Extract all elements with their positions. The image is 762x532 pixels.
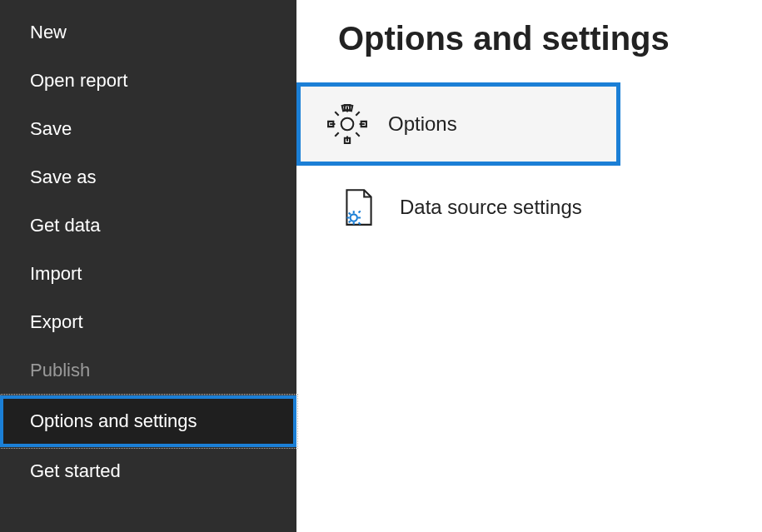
sidebar-item-new[interactable]: New <box>0 8 296 57</box>
sidebar-item-open-report[interactable]: Open report <box>0 57 296 105</box>
gear-icon <box>326 103 368 145</box>
sidebar-item-label: Get started <box>30 460 121 481</box>
options-button[interactable]: Options <box>296 82 620 166</box>
svg-point-1 <box>351 214 357 221</box>
main-panel: Options and settings Options D <box>296 0 762 532</box>
data-source-settings-icon <box>338 186 380 228</box>
sidebar-item-label: Options and settings <box>30 410 197 431</box>
sidebar-item-get-data[interactable]: Get data <box>0 201 296 250</box>
sidebar-item-import[interactable]: Import <box>0 250 296 298</box>
sidebar-item-publish: Publish <box>0 346 296 395</box>
file-menu-sidebar: New Open report Save Save as Get data Im… <box>0 0 296 532</box>
options-label: Options <box>388 112 457 136</box>
sidebar-item-export[interactable]: Export <box>0 298 296 346</box>
sidebar-item-save[interactable]: Save <box>0 105 296 153</box>
sidebar-item-label: New <box>30 22 67 42</box>
data-source-settings-label: Data source settings <box>400 196 582 219</box>
sidebar-item-label: Save <box>30 118 72 139</box>
sidebar-item-save-as[interactable]: Save as <box>0 153 296 201</box>
sidebar-item-label: Export <box>30 311 83 332</box>
sidebar-item-label: Publish <box>30 360 90 380</box>
data-source-settings-button[interactable]: Data source settings <box>296 166 762 249</box>
sidebar-item-label: Save as <box>30 167 97 187</box>
sidebar-item-options-and-settings[interactable]: Options and settings <box>0 395 296 447</box>
sidebar-item-get-started[interactable]: Get started <box>0 447 296 495</box>
sidebar-item-label: Get data <box>30 215 100 236</box>
sidebar-item-label: Import <box>30 263 82 284</box>
page-title: Options and settings <box>296 0 762 82</box>
svg-point-0 <box>341 118 354 131</box>
sidebar-item-label: Open report <box>30 70 127 91</box>
